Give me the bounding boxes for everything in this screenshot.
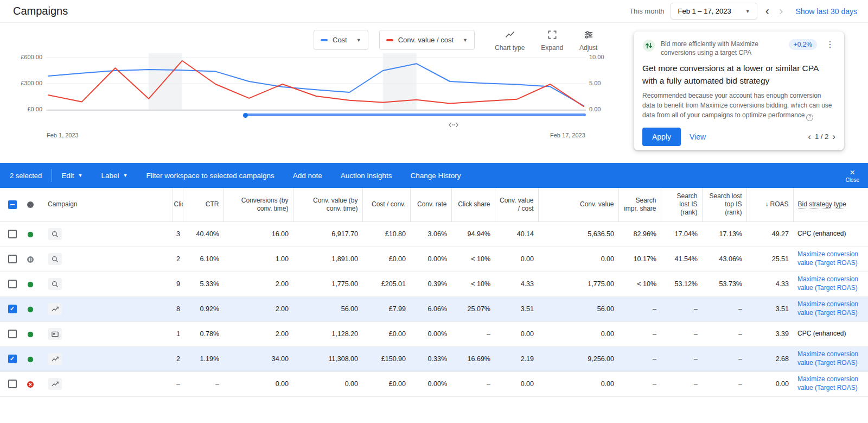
bid-strategy-link[interactable]: Maximize conversion value (Target ROAS) [797, 350, 858, 367]
slider-handle-dot[interactable] [243, 113, 248, 118]
table-row: 340.40%16.006,917.70£10.803.06%94.94%40.… [0, 222, 868, 247]
column-header-search_lost_top_is[interactable]: Search lost top IS (rank) [702, 188, 746, 222]
kebab-menu-icon[interactable]: ⋮ [822, 39, 835, 50]
campaign-cell [41, 222, 173, 247]
bid-strategy-link[interactable]: Maximize conversion value (Target ROAS) [797, 275, 858, 292]
cell-conv_rate: 0.00% [410, 321, 451, 346]
select-all-checkbox[interactable] [8, 200, 17, 209]
bid-strategy-link[interactable]: Maximize conversion value (Target ROAS) [797, 250, 858, 267]
cell-cost_per_conv: £0.00 [362, 321, 410, 346]
cell-conv_value_cost: 3.51 [495, 296, 538, 321]
metric-selector-primary[interactable]: Cost▼ [314, 30, 368, 50]
column-header-click_share[interactable]: Click share [451, 188, 495, 222]
cell-search_impr_share: 10.17% [618, 247, 661, 272]
chevron-down-icon: ▼ [745, 9, 750, 14]
metric-selector-label: Cost [333, 36, 347, 44]
action-bar-link-filter-workspace-to-selected-campaigns[interactable]: Filter workspace to selected campaigns [137, 163, 283, 188]
cell-ctr: 6.10% [183, 247, 224, 272]
column-header-clicks[interactable]: Clicks [173, 188, 183, 222]
row-checkbox[interactable] [8, 255, 17, 263]
status-enabled-icon[interactable] [27, 355, 34, 363]
row-checkbox[interactable] [8, 230, 17, 238]
cell-conversions: 2.00 [224, 272, 293, 296]
row-checkbox[interactable] [8, 280, 17, 288]
bid-strategy-link[interactable]: Maximize conversion value (Target ROAS) [797, 375, 858, 392]
cell-bid-strategy-type: Maximize conversion value (Target ROAS) [793, 247, 868, 272]
status-enabled-icon[interactable] [27, 305, 34, 313]
pager-previous-icon[interactable]: ‹ [808, 132, 811, 141]
status-enabled-icon[interactable] [27, 230, 34, 238]
label-menu-button[interactable]: Label ▼ [92, 163, 137, 188]
date-range-picker[interactable]: Feb 1 – 17, 2023 ▼ [671, 3, 757, 20]
cell-conv_value_cost: 40.14 [495, 222, 538, 247]
metric-selector-secondary[interactable]: Conv. value / cost▼ [379, 30, 475, 50]
action-bar-link-change-history[interactable]: Change History [401, 163, 470, 188]
chevron-down-icon: ▼ [78, 173, 83, 178]
column-header-bid-strategy-type[interactable]: Bid strategy type [793, 188, 868, 222]
show-last-30-days-link[interactable]: Show last 30 days [795, 7, 857, 16]
column-header-ctr[interactable]: CTR [183, 188, 224, 222]
google-ads-campaigns-page: Campaigns This month Feb 1 – 17, 2023 ▼ … [0, 0, 868, 397]
help-icon[interactable]: ? [806, 114, 813, 121]
cell-search_lost_top_is: 53.73% [702, 272, 746, 296]
campaign-name[interactable] [67, 305, 168, 313]
close-label: Close [845, 177, 859, 183]
view-button[interactable]: View [681, 128, 714, 146]
column-header-cost_per_conv[interactable]: Cost / conv. [362, 188, 410, 222]
row-select-cell [0, 272, 20, 296]
column-header-conv_value_cost[interactable]: Conv. value / cost [495, 188, 538, 222]
cell-ctr: 40.40% [183, 222, 224, 247]
column-header-conv_value_time[interactable]: Conv. value (by conv. time) [293, 188, 362, 222]
column-header-conversions[interactable]: Conversions (by conv. time) [224, 188, 293, 222]
column-header-conv_rate[interactable]: Conv. rate [410, 188, 451, 222]
status-enabled-icon[interactable] [27, 330, 34, 338]
action-bar-link-auction-insights[interactable]: Auction insights [331, 163, 401, 188]
adjust-label: Adjust [579, 44, 597, 52]
campaign-name[interactable] [67, 255, 168, 263]
apply-button[interactable]: Apply [642, 128, 681, 146]
status-paused-icon[interactable] [27, 255, 34, 263]
drag-handle-icon[interactable] [449, 120, 458, 130]
status-enabled-icon[interactable] [27, 280, 34, 288]
action-bar-link-add-note[interactable]: Add note [284, 163, 331, 188]
cell-bid-strategy-type: Maximize conversion value (Target ROAS) [793, 296, 868, 321]
bid-strategy-link[interactable]: Maximize conversion value (Target ROAS) [797, 300, 858, 317]
table-row: 80.92%2.0056.00£7.996.06%25.07%3.5156.00… [0, 296, 868, 321]
row-checkbox[interactable] [8, 355, 17, 363]
close-action-bar-button[interactable]: × Close [837, 166, 868, 185]
previous-period-button[interactable]: ‹ [764, 5, 771, 17]
status-removed-icon[interactable] [27, 380, 34, 388]
chart-type-button[interactable]: Chart type [495, 29, 525, 52]
chevron-down-icon: ▼ [123, 173, 128, 178]
cell-cost_per_conv: £0.00 [362, 247, 410, 272]
column-header-roas[interactable]: ↓ROAS [746, 188, 793, 222]
column-header-conv_value[interactable]: Conv. value [538, 188, 618, 222]
expand-button[interactable]: Expand [541, 29, 563, 52]
campaign-name[interactable] [67, 230, 168, 238]
cell-bid-strategy-type: CPC (enhanced) [793, 321, 868, 346]
adjust-button[interactable]: Adjust [579, 29, 597, 52]
pager-next-icon[interactable]: › [832, 132, 835, 141]
cell-ctr: 5.33% [183, 272, 224, 296]
campaign-name[interactable] [67, 330, 168, 338]
cell-conv_value_cost: 4.33 [495, 272, 538, 296]
row-checkbox[interactable] [8, 330, 17, 338]
table-header-row: CampaignClicksCTRConversions (by conv. t… [0, 188, 868, 222]
column-header-search_impr_share[interactable]: Search impr. share [618, 188, 661, 222]
column-header-search_lost_is[interactable]: Search lost IS (rank) [661, 188, 702, 222]
row-checkbox[interactable] [8, 305, 17, 313]
series-color-dash-icon [321, 39, 328, 41]
campaign-name[interactable] [67, 380, 168, 388]
column-header-campaign[interactable]: Campaign [41, 188, 173, 222]
row-checkbox[interactable] [8, 380, 17, 388]
cell-roas: 49.27 [746, 222, 793, 247]
campaign-name[interactable] [67, 280, 168, 288]
edit-menu-button[interactable]: Edit ▼ [52, 163, 92, 188]
slider-selected-range[interactable] [246, 113, 586, 116]
next-period-button[interactable]: › [777, 5, 784, 17]
chart-type-icon [505, 29, 515, 42]
cell-conv_value: 0.00 [538, 247, 618, 272]
y-axis-left-tick: £300.00 [9, 80, 42, 86]
campaign-name[interactable] [67, 355, 168, 363]
cell-search_lost_top_is: – [702, 321, 746, 346]
